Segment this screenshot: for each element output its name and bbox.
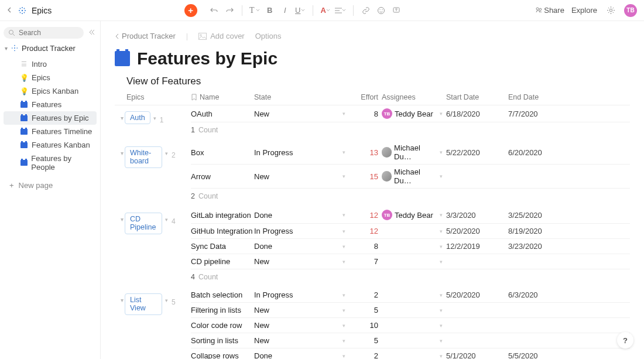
cell-name[interactable]: Collapse rows <box>191 351 254 359</box>
cell-end-date[interactable]: 6/3/2020 <box>508 290 567 299</box>
cell-start-date[interactable]: 6/18/2020 <box>446 110 508 118</box>
chevron-down-icon[interactable]: ▾ <box>121 213 124 223</box>
cell-state[interactable]: New▾ <box>254 321 352 330</box>
cell-name[interactable]: GitHub Integration <box>191 227 254 235</box>
caret-icon[interactable]: ▾ <box>342 149 345 155</box>
table-row[interactable]: Batch selectionIn Progress▾2▾5/20/20206/… <box>191 288 630 303</box>
cell-assignee[interactable]: ▾ <box>382 323 446 329</box>
options-button[interactable]: Options <box>255 32 282 40</box>
cell-effort[interactable]: 8 <box>352 242 382 251</box>
table-row[interactable]: ArrowNew▾15Michael Du…▾ <box>191 165 630 189</box>
caret-icon[interactable]: ▾ <box>440 259 446 265</box>
help-button[interactable]: ? <box>617 332 633 348</box>
cell-end-date[interactable]: 7/7/2020 <box>508 110 567 118</box>
table-row[interactable]: GitHub IntegrationIn Progress▾12▾5/20/20… <box>191 224 630 239</box>
add-cover-button[interactable]: Add cover <box>198 32 245 40</box>
cell-end-date[interactable]: 3/25/2020 <box>508 211 567 220</box>
cell-effort[interactable]: 8 <box>352 110 382 118</box>
cell-state[interactable]: New▾ <box>254 110 352 118</box>
caret-icon[interactable]: ▾ <box>342 307 345 313</box>
new-page-button[interactable]: + New page <box>4 176 97 192</box>
col-end-date[interactable]: End Date <box>508 93 567 101</box>
table-row[interactable]: Sync DataDone▾8▾12/2/20193/23/2020 <box>191 239 630 254</box>
col-assignees[interactable]: Assignees <box>382 93 446 101</box>
cell-effort[interactable]: 7 <box>352 257 382 266</box>
group-header[interactable]: ▾List View▾5 <box>115 288 191 359</box>
settings-icon[interactable] <box>604 4 617 17</box>
col-name[interactable]: Name <box>191 93 254 101</box>
epic-pill[interactable]: List View <box>125 293 162 315</box>
sidebar-item[interactable]: ☰Intro <box>4 57 97 71</box>
table-row[interactable]: BoxIn Progress▾13Michael Du…▾5/22/20206/… <box>191 141 630 165</box>
cell-assignee[interactable]: ▾ <box>382 307 446 313</box>
cell-state[interactable]: New▾ <box>254 172 352 181</box>
table-row[interactable]: Filtering in listsNew▾5▾ <box>191 303 630 318</box>
caret-icon[interactable]: ▾ <box>163 293 168 303</box>
cell-name[interactable]: Batch selection <box>191 290 254 299</box>
cell-state[interactable]: New▾ <box>254 336 352 345</box>
caret-icon[interactable]: ▾ <box>342 353 345 359</box>
caret-icon[interactable]: ▾ <box>440 323 446 329</box>
search-input[interactable] <box>4 27 84 39</box>
cell-name[interactable]: Box <box>191 148 254 157</box>
cell-assignee[interactable]: ▾ <box>382 244 446 249</box>
cell-name[interactable]: OAuth <box>191 110 254 118</box>
cell-name[interactable]: Filtering in lists <box>191 306 254 314</box>
chevron-down-icon[interactable]: ▾ <box>121 146 124 156</box>
italic-button[interactable]: I <box>279 4 292 17</box>
epic-pill[interactable]: Auth <box>125 111 150 124</box>
caret-icon[interactable]: ▾ <box>163 146 168 156</box>
add-button[interactable]: + <box>184 4 197 17</box>
caret-icon[interactable]: ▾ <box>440 111 446 117</box>
cell-assignee[interactable]: ▾ <box>382 228 446 234</box>
caret-icon[interactable]: ▾ <box>342 338 345 344</box>
caret-icon[interactable]: ▾ <box>342 111 345 117</box>
cell-start-date[interactable]: 5/22/2020 <box>446 148 508 157</box>
group-header[interactable]: ▾Auth▾1 <box>115 105 191 140</box>
epic-pill[interactable]: White-board <box>125 146 162 168</box>
col-epics[interactable]: Epics <box>126 93 191 101</box>
caret-icon[interactable]: ▾ <box>342 212 345 218</box>
col-state[interactable]: State <box>254 93 352 101</box>
comment-button[interactable] <box>390 4 403 17</box>
table-row[interactable]: CD pipelineNew▾7▾ <box>191 254 630 269</box>
caret-icon[interactable]: ▾ <box>440 212 446 218</box>
cell-state[interactable]: New▾ <box>254 306 352 314</box>
caret-icon[interactable]: ▾ <box>440 173 446 179</box>
cell-start-date[interactable]: 5/1/2020 <box>446 351 508 359</box>
chevron-down-icon[interactable]: ▾ <box>121 293 124 303</box>
group-header[interactable]: ▾White-board▾2 <box>115 141 191 206</box>
user-avatar[interactable]: TB <box>624 4 637 17</box>
sidebar-item[interactable]: Features by People <box>4 152 97 174</box>
cell-assignee[interactable]: TBTeddy Bear▾ <box>382 108 446 119</box>
cell-state[interactable]: Done▾ <box>254 242 352 251</box>
cell-name[interactable]: Sync Data <box>191 242 254 251</box>
cell-effort[interactable]: 10 <box>352 321 382 330</box>
group-header[interactable]: ▾CD Pipeline▾4 <box>115 207 191 287</box>
collapse-sidebar-button[interactable] <box>87 28 97 39</box>
page-icon[interactable] <box>115 51 130 66</box>
cell-assignee[interactable]: ▾ <box>382 338 446 344</box>
link-button[interactable] <box>359 4 372 17</box>
bold-button[interactable]: B <box>263 4 276 17</box>
caret-icon[interactable]: ▾ <box>440 353 446 359</box>
cell-effort[interactable]: 5 <box>352 336 382 345</box>
cell-effort[interactable]: 2 <box>352 290 382 299</box>
caret-icon[interactable]: ▾ <box>152 111 156 121</box>
col-start-date[interactable]: Start Date <box>446 93 508 101</box>
text-style-button[interactable]: T <box>248 4 261 17</box>
cell-state[interactable]: New▾ <box>254 257 352 266</box>
sidebar-item[interactable]: Features Kanban <box>4 138 97 152</box>
table-row[interactable]: OAuthNew▾8TBTeddy Bear▾6/18/20207/7/2020 <box>191 105 630 122</box>
caret-icon[interactable]: ▾ <box>440 338 446 344</box>
cell-effort[interactable]: 12 <box>352 227 382 235</box>
cell-state[interactable]: In Progress▾ <box>254 290 352 299</box>
cell-state[interactable]: In Progress▾ <box>254 227 352 235</box>
cell-name[interactable]: Sorting in lists <box>191 336 254 345</box>
cell-start-date[interactable]: 5/20/2020 <box>446 290 508 299</box>
cell-start-date[interactable]: 12/2/2019 <box>446 242 508 251</box>
cell-end-date[interactable]: 3/23/2020 <box>508 242 567 251</box>
cell-effort[interactable]: 12 <box>352 211 382 220</box>
sidebar-root[interactable]: ▾ Product Tracker <box>4 41 97 55</box>
cell-assignee[interactable]: ▾ <box>382 292 446 298</box>
